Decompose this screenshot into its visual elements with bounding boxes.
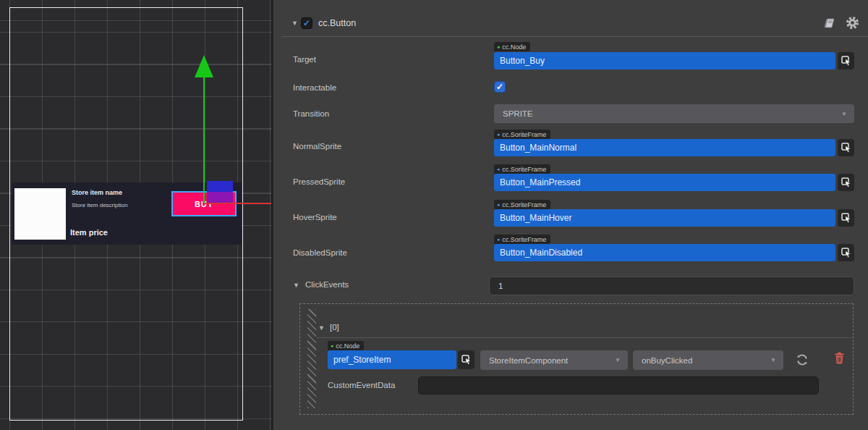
normalsprite-label: NormalSprite [293,142,341,151]
pressedsprite-type-badge-text: cc.SoriteFrame [502,166,546,173]
handler-method-value: onBuyClicked [642,356,692,365]
inspector-panel: ▼ ✓ cc.Button Target ● cc.Node Button_Bu… [273,0,868,430]
node-handle-overlap [207,192,233,203]
gizmo-x-axis[interactable] [205,203,271,204]
interactable-checkbox[interactable]: ✓ [494,81,506,93]
spriteframe-type-dot-icon: ● [497,166,500,172]
disabledsprite-picker-button[interactable] [838,244,854,261]
interactable-label: Interactable [293,83,336,92]
handler-component-value: StoreItemComponent [489,356,568,365]
gizmo-y-axis-arrow-icon[interactable] [195,55,213,77]
chevron-down-icon: ▼ [615,357,621,363]
disabledsprite-label: DisabledSprite [293,248,347,257]
pressedsprite-type-badge: ● cc.SoriteFrame [494,164,550,174]
check-icon: ✓ [496,82,503,92]
header-divider [282,36,868,37]
store-item-price-label: Item price [70,228,108,237]
clickevents-collapse-icon[interactable]: ▼ [293,282,299,289]
normalsprite-type-badge: ● cc.SoriteFrame [494,130,550,139]
node-type-dot-icon: ● [331,343,333,348]
disabledsprite-type-badge-text: cc.SoriteFrame [502,236,546,243]
disabledsprite-field[interactable]: Button_MainDisabled [494,244,835,261]
spriteframe-type-dot-icon: ● [497,202,500,207]
cursor-picker-icon [841,248,851,258]
handler-node-field[interactable]: pref_StoreItem [328,350,456,369]
handler-refresh-icon[interactable] [795,353,809,370]
disabledsprite-type-badge: ● cc.SoriteFrame [494,235,550,244]
clickevents-label: ClickEvents [305,280,349,289]
handler-node-picker-button[interactable] [458,350,475,369]
component-collapse-icon[interactable]: ▼ [292,20,298,27]
handler-component-dropdown[interactable]: StoreItemComponent ▼ [480,350,628,370]
chevron-down-icon: ▼ [841,111,847,117]
target-type-badge: ● cc.Node [494,42,530,51]
transition-label: Transition [293,109,329,118]
cursor-picker-icon [841,213,851,223]
handler-index-label: [0] [330,323,339,332]
clickevents-count-field[interactable]: 1 [489,277,854,295]
cursor-picker-icon [841,177,851,187]
customeventdata-input[interactable] [418,376,819,395]
cursor-picker-icon [841,56,851,66]
normalsprite-type-badge-text: cc.SoriteFrame [502,131,546,138]
handler-divider [317,337,852,338]
handler-node-type-badge-text: cc.Node [336,342,359,350]
check-icon: ✓ [303,18,310,28]
hoversprite-label: HoverSprite [293,213,337,222]
node-type-dot-icon: ● [497,44,500,49]
help-book-icon[interactable] [822,17,838,33]
hoversprite-type-badge: ● cc.SoriteFrame [494,200,550,209]
handler-method-dropdown[interactable]: onBuyClicked ▼ [633,350,783,370]
store-item-image-placeholder[interactable] [14,188,66,240]
handler-node-type-badge: ● cc.Node [328,341,364,350]
transition-value: SPRITE [503,109,533,118]
spriteframe-type-dot-icon: ● [497,132,500,137]
customeventdata-label: CustomEventData [328,381,395,389]
target-label: Target [293,55,316,64]
store-item-description-label: Store item description [72,202,127,208]
scene-view: Store item name Store item description I… [0,0,271,430]
store-item-name-label: Store item name [72,189,122,196]
gizmo-y-axis[interactable] [203,75,205,203]
node-handle-rect[interactable] [207,181,233,192]
settings-gear-icon[interactable] [846,16,859,33]
pressedsprite-picker-button[interactable] [838,174,854,191]
hoversprite-picker-button[interactable] [838,209,854,227]
component-title: cc.Button [318,18,356,28]
spriteframe-type-dot-icon: ● [497,237,500,242]
chevron-down-icon: ▼ [770,357,776,363]
target-node-field[interactable]: Button_Buy [494,52,835,69]
component-enabled-checkbox[interactable]: ✓ [301,17,312,29]
normalsprite-picker-button[interactable] [838,139,854,156]
hoversprite-type-badge-text: cc.SoriteFrame [502,201,546,208]
pressedsprite-field[interactable]: Button_MainPressed [494,174,835,191]
cursor-picker-icon [841,143,851,153]
pressedsprite-label: PressedSprite [293,177,345,186]
target-type-badge-text: cc.Node [502,43,526,51]
cursor-picker-icon [461,355,472,365]
target-picker-button[interactable] [838,52,854,69]
hoversprite-field[interactable]: Button_MainHover [494,209,835,227]
transition-dropdown[interactable]: SPRITE ▼ [494,104,854,123]
handler-drag-hatch [307,309,316,408]
normalsprite-field[interactable]: Button_MainNormal [494,139,835,156]
handler-delete-trash-icon[interactable] [834,352,845,367]
handler-collapse-icon[interactable]: ▼ [318,325,325,332]
